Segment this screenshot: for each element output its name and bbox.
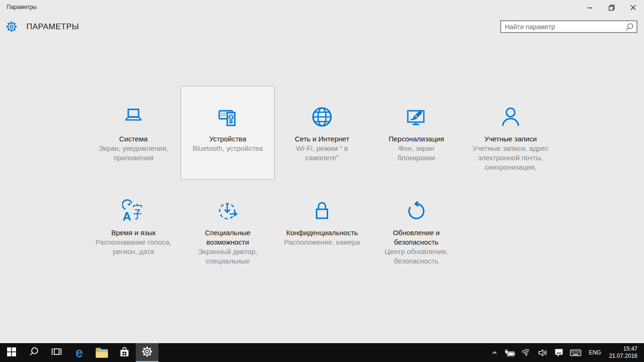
start-button[interactable] xyxy=(0,343,23,362)
accounts-person-icon xyxy=(499,106,522,128)
clock[interactable]: 15:47 21.07.2016 xyxy=(605,346,639,360)
time-language-icon: А xyxy=(122,199,145,222)
system-tray: ENG 15:47 21.07.2016 xyxy=(488,343,644,362)
tile-subtitle: Экранный диктор, специальные xyxy=(186,247,270,266)
close-button[interactable] xyxy=(622,0,644,15)
store-icon xyxy=(119,346,130,359)
update-security-icon xyxy=(405,199,428,222)
tile-title: Специальные возможности xyxy=(186,228,270,247)
tile-title: Система xyxy=(119,134,148,144)
restore-button[interactable] xyxy=(601,0,622,15)
task-view-button[interactable] xyxy=(45,343,68,362)
tile-network[interactable]: Сеть и Интернет Wi-Fi, режим " в самолет… xyxy=(275,86,369,180)
tile-title: Устройства xyxy=(209,134,246,144)
search-input[interactable] xyxy=(501,23,625,31)
clock-time: 15:47 xyxy=(609,346,637,353)
start-icon xyxy=(7,347,16,358)
tile-subtitle: Wi-Fi, режим " в самолете" xyxy=(280,144,364,163)
tile-subtitle: Экран, уведомления, приложения xyxy=(91,144,175,163)
tile-devices[interactable]: Устройства Bluetooth, устройства xyxy=(181,86,275,180)
file-explorer-icon xyxy=(96,348,108,358)
settings-window: Параметры xyxy=(0,0,644,362)
personalization-icon xyxy=(405,106,428,128)
close-icon xyxy=(630,5,636,10)
settings-taskbar-button[interactable] xyxy=(136,343,158,362)
minimize-button[interactable] xyxy=(579,0,601,15)
search-icon[interactable] xyxy=(625,23,634,31)
wifi-icon[interactable] xyxy=(519,343,535,362)
taskbar: e xyxy=(0,343,644,362)
tile-title: Время и язык xyxy=(111,228,156,238)
settings-gear-icon xyxy=(142,346,152,359)
page-title: ПАРАМЕТРЫ xyxy=(26,22,79,32)
privacy-lock-icon xyxy=(311,199,333,222)
chevron-up-icon[interactable] xyxy=(488,343,501,362)
window-controls xyxy=(579,0,644,15)
clock-date: 21.07.2016 xyxy=(609,353,637,360)
task-view-icon xyxy=(51,346,62,359)
volume-icon[interactable] xyxy=(535,343,551,362)
battery-charging-icon[interactable] xyxy=(501,343,519,362)
minimize-icon xyxy=(587,5,593,10)
tile-time-language[interactable]: А Время и язык Распознавание голоса, рег… xyxy=(86,180,181,273)
devices-icon xyxy=(216,106,239,128)
tile-title: Сеть и Интернет xyxy=(295,134,349,144)
language-indicator[interactable]: ENG xyxy=(585,349,605,356)
tile-subtitle: Учетные записи, адрес электронной почты,… xyxy=(469,144,553,172)
edge-icon: e xyxy=(75,346,83,360)
tile-accounts[interactable]: Учетные записи Учетные записи, адрес эле… xyxy=(463,86,558,180)
tile-subtitle: Фон, экран блокировки xyxy=(390,144,443,163)
tile-subtitle: Центр обновления, безопасность xyxy=(374,247,458,266)
tile-personalization[interactable]: Персонализация Фон, экран блокировки xyxy=(369,86,463,180)
window-title: Параметры xyxy=(7,4,37,10)
tile-title: Учетные записи xyxy=(484,134,537,144)
tile-privacy[interactable]: Конфиденциальность Расположение, камера xyxy=(275,180,369,273)
taskbar-search-button[interactable] xyxy=(23,343,45,362)
titlebar: Параметры xyxy=(0,0,644,15)
tile-subtitle: Bluetooth, устройства xyxy=(193,144,263,153)
file-explorer-button[interactable] xyxy=(91,343,113,362)
taskbar-apps: e xyxy=(0,343,158,362)
system-laptop-icon xyxy=(122,106,145,128)
edge-button[interactable]: e xyxy=(68,343,91,362)
action-center-icon[interactable] xyxy=(551,343,567,362)
search-box[interactable] xyxy=(500,20,637,33)
restore-icon xyxy=(609,5,615,11)
tile-title: Персонализация xyxy=(388,134,444,144)
touch-keyboard-icon[interactable] xyxy=(567,343,585,362)
settings-gear-icon xyxy=(6,21,17,32)
tile-title: Конфиденциальность xyxy=(286,228,358,238)
tile-ease-of-access[interactable]: Специальные возможности Экранный диктор,… xyxy=(181,180,275,273)
settings-tiles-grid: Система Экран, уведомления, приложения У… xyxy=(86,86,558,273)
tile-subtitle: Распознавание голоса, регион, дата xyxy=(91,238,175,256)
svg-text:А: А xyxy=(123,210,131,222)
tile-title: Обновление и безопасность xyxy=(374,228,458,247)
ease-of-access-icon xyxy=(216,199,239,222)
tile-system[interactable]: Система Экран, уведомления, приложения xyxy=(86,86,181,180)
tile-subtitle: Расположение, камера xyxy=(284,238,360,247)
network-globe-icon xyxy=(311,106,333,128)
taskbar-search-icon xyxy=(29,346,39,359)
store-button[interactable] xyxy=(113,343,136,362)
tile-update-security[interactable]: Обновление и безопасность Центр обновлен… xyxy=(369,180,463,273)
